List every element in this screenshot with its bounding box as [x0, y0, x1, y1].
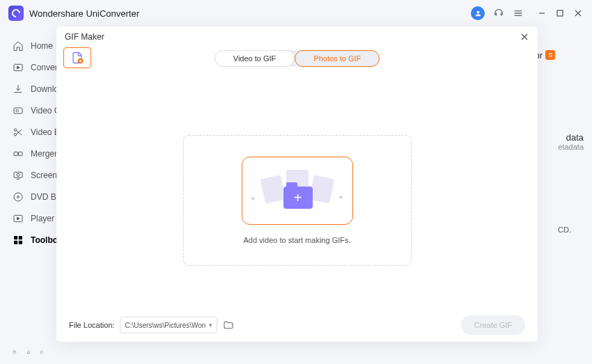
sidebar-item-label: Player: [31, 214, 54, 223]
help-icon[interactable]: [13, 345, 17, 356]
titlebar-left: Wondershare UniConverter: [8, 6, 139, 21]
svg-rect-15: [19, 241, 22, 244]
svg-rect-0: [557, 10, 563, 16]
grid-icon: [13, 235, 24, 246]
drop-inner: ✦ ✦ +: [242, 157, 353, 225]
open-folder-button[interactable]: [223, 319, 234, 331]
bg-cd-fragment: CD.: [558, 225, 571, 234]
add-folder-icon: +: [283, 187, 313, 209]
drop-hint-text: Add video to start making GIFs.: [243, 236, 350, 244]
modal-title: GIF Maker: [65, 32, 104, 42]
sidebar-item-merger[interactable]: Merger: [0, 143, 56, 164]
sidebar-item-recorder[interactable]: Screen Recorder: [0, 164, 56, 186]
scissors-icon: [13, 127, 24, 138]
maximize-button[interactable]: [554, 8, 566, 19]
tab-video-to-gif[interactable]: Video to GIF: [215, 50, 295, 67]
svg-point-8: [17, 173, 20, 176]
modal-close-button[interactable]: [520, 32, 529, 42]
recorder-icon: [13, 170, 24, 181]
file-location-select[interactable]: C:\Users\ws\Pictures\Wonders ▾: [120, 317, 217, 333]
minimize-button[interactable]: [536, 8, 547, 19]
window-controls: [536, 8, 584, 19]
chevron-down-icon: ▾: [209, 322, 212, 329]
gif-maker-modal: GIF Maker Video to GIF Photos to GIF ✦ ✦…: [56, 26, 538, 342]
feedback-icon[interactable]: [40, 345, 44, 356]
svg-rect-14: [15, 241, 17, 244]
sidebar-item-compressor[interactable]: Video Compressor: [0, 100, 56, 121]
app-title: Wondershare UniConverter: [29, 8, 139, 19]
sidebar-items: Home Converter Downloader Video Compress…: [0, 26, 56, 336]
modal-footer: File Location: C:\Users\ws\Pictures\Wond…: [56, 308, 538, 342]
converter-icon: [13, 62, 24, 73]
sidebar-item-label: Merger: [31, 149, 57, 159]
modal-header: GIF Maker: [56, 26, 538, 47]
bg-subtitle-editor-fragment: torS: [532, 50, 584, 71]
sidebar-item-home[interactable]: Home: [0, 35, 56, 56]
disc-icon: [13, 191, 24, 203]
sidebar-item-label: Home: [31, 41, 53, 51]
svg-point-9: [14, 193, 22, 201]
download-icon: [13, 84, 24, 95]
close-button[interactable]: [572, 8, 584, 19]
svg-rect-6: [19, 152, 22, 155]
sidebar-item-editor[interactable]: Video Editor: [0, 121, 56, 143]
add-file-button[interactable]: [63, 47, 91, 68]
home-icon: [13, 40, 24, 52]
sidebar-item-downloader[interactable]: Downloader: [0, 78, 56, 100]
sidebar-bottom: [0, 336, 56, 364]
titlebar: Wondershare UniConverter: [0, 0, 592, 26]
svg-rect-13: [19, 236, 22, 239]
app-logo-icon: [8, 6, 24, 21]
hamburger-menu-icon[interactable]: [513, 8, 524, 19]
create-gif-button[interactable]: Create GIF: [461, 315, 525, 335]
svg-rect-7: [14, 172, 22, 177]
drop-graphic: ✦ ✦ +: [263, 170, 332, 212]
titlebar-right: [471, 6, 584, 20]
sidebar-item-player[interactable]: Player: [0, 207, 56, 229]
sidebar-item-converter[interactable]: Converter: [0, 56, 56, 78]
sidebar-item-toolbox[interactable]: Toolbox: [0, 229, 56, 251]
tabs-container: Video to GIF Photos to GIF: [56, 47, 538, 67]
sidebar: Home Converter Downloader Video Compress…: [0, 26, 56, 364]
mode-tabs: Video to GIF Photos to GIF: [215, 50, 380, 67]
svg-rect-12: [15, 236, 17, 239]
svg-point-10: [17, 196, 20, 198]
file-location-label: File Location:: [69, 321, 114, 329]
s-badge: S: [545, 50, 555, 60]
drop-zone[interactable]: ✦ ✦ + Add video to start making GIFs.: [183, 135, 412, 266]
bg-metadata-fragment: data etadata: [558, 132, 584, 151]
play-icon: [13, 213, 24, 224]
merger-icon: [13, 148, 24, 159]
tab-photos-to-gif[interactable]: Photos to GIF: [295, 50, 380, 67]
user-avatar-icon[interactable]: [471, 6, 485, 20]
bell-icon[interactable]: [26, 345, 31, 356]
headset-icon[interactable]: [493, 8, 504, 19]
file-location-value: C:\Users\ws\Pictures\Wonders: [125, 322, 206, 329]
compressor-icon: [13, 105, 24, 116]
sidebar-item-dvd[interactable]: DVD Burner: [0, 186, 56, 207]
svg-rect-5: [14, 152, 17, 155]
